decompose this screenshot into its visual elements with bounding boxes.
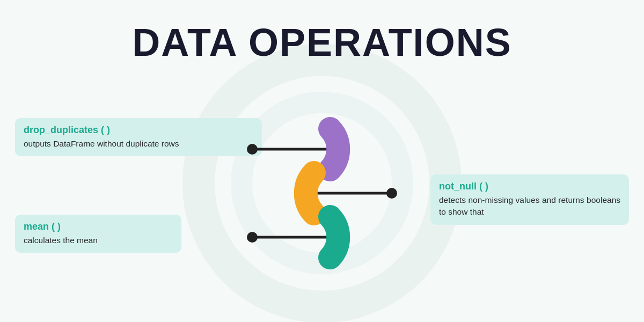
- card-drop-duplicates: drop_duplicates ( ) outputs DataFrame wi…: [15, 118, 262, 156]
- svg-point-5: [247, 232, 258, 243]
- card-mean: mean ( ) calculates the mean: [15, 215, 181, 253]
- page-title: DATA OPERATIONS: [0, 0, 644, 64]
- svg-point-1: [247, 144, 258, 155]
- card-not-null-title: not_null ( ): [439, 181, 620, 192]
- card-not-null: not_null ( ) detects non-missing values …: [430, 174, 629, 225]
- svg-point-3: [386, 188, 397, 199]
- card-drop-duplicates-title: drop_duplicates ( ): [24, 125, 253, 136]
- card-drop-duplicates-body: outputs DataFrame without duplicate rows: [24, 138, 253, 150]
- center-diagram: [236, 107, 408, 279]
- card-not-null-body: detects non-missing values and returns b…: [439, 194, 620, 218]
- card-mean-title: mean ( ): [24, 221, 173, 232]
- card-mean-body: calculates the mean: [24, 235, 173, 246]
